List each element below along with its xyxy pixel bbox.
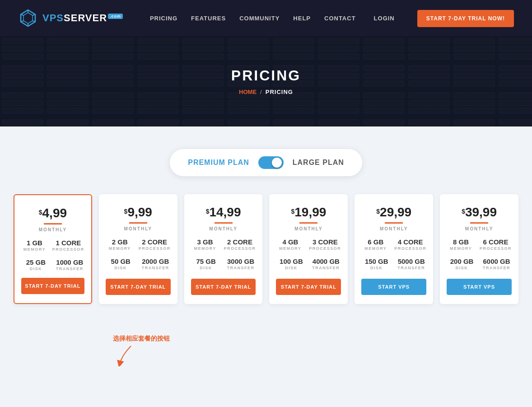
nav-features[interactable]: FEATURES (191, 15, 226, 22)
spec-memory: 2 GB MEMORY (106, 238, 134, 251)
price-amount: 39,99 (465, 205, 497, 219)
price-display: $39,99 (462, 206, 497, 220)
specs-top: 6 GB MEMORY 4 CORE PROCESSOR (361, 238, 426, 251)
price-display: $9,99 (124, 206, 152, 220)
disk-label: DISK (447, 266, 477, 270)
memory-value: 8 GB (447, 238, 475, 246)
transfer-value: 6000 GB (481, 257, 512, 266)
memory-value: 1 GB (21, 239, 48, 247)
transfer-label: TRANSFER (226, 266, 256, 270)
transfer-label: TRANSFER (140, 266, 171, 270)
pricing-card-6: $39,99 MONTHLY 8 GB MEMORY 6 CORE PROCES… (440, 194, 518, 304)
transfer-label: TRANSFER (311, 266, 341, 270)
memory-value: 3 GB (191, 238, 219, 246)
plan-cta-button-2[interactable]: START 7-DAY TRIAL (106, 279, 171, 295)
price-container: $9,99 MONTHLY (124, 206, 152, 231)
breadcrumb: HOME / PRICING (239, 89, 293, 95)
transfer-label: TRANSFER (55, 267, 84, 271)
toggle-thumb (272, 158, 282, 168)
specs-top: 8 GB MEMORY 6 CORE PROCESSOR (447, 238, 512, 251)
spec-transfer: 4000 GB TRANSFER (311, 257, 341, 270)
specs-top: 4 GB MEMORY 3 CORE PROCESSOR (276, 238, 341, 251)
nav-cta-button[interactable]: START 7-DAY TRIAL NOW! (417, 10, 514, 27)
price-period: MONTHLY (462, 226, 497, 231)
transfer-label: TRANSFER (396, 266, 426, 270)
transfer-value: 3000 GB (226, 257, 256, 266)
transfer-value: 5000 GB (396, 257, 426, 266)
pricing-card-2: $9,99 MONTHLY 2 GB MEMORY 2 CORE PROCESS… (99, 194, 177, 304)
memory-label: MEMORY (191, 246, 219, 251)
disk-value: 150 GB (361, 257, 392, 266)
processor-label: PROCESSOR (480, 246, 512, 251)
spec-transfer: 3000 GB TRANSFER (226, 257, 256, 270)
plan-cta-button-6[interactable]: START VPS (447, 279, 512, 295)
nav-help[interactable]: HELP (293, 15, 311, 22)
memory-label: MEMORY (361, 246, 390, 251)
spec-processor: 2 CORE PROCESSOR (224, 238, 256, 251)
disk-label: DISK (191, 266, 221, 270)
logo-com: .com (108, 14, 123, 19)
disk-value: 50 GB (106, 257, 136, 266)
price-divider (129, 222, 147, 224)
plan-cta-button-3[interactable]: START 7-DAY TRIAL (191, 279, 256, 295)
logo-text: VPSSERVER.com (42, 12, 123, 24)
spec-processor: 2 CORE PROCESSOR (139, 238, 171, 251)
spec-transfer: 1000 GB TRANSFER (55, 258, 84, 271)
price-amount: 14,99 (209, 205, 241, 219)
price-dollar-sign: $ (376, 208, 380, 215)
specs-top: 1 GB MEMORY 1 CORE PROCESSOR (21, 239, 84, 252)
processor-value: 2 CORE (139, 238, 171, 246)
price-container: $19,99 MONTHLY (291, 206, 326, 231)
nav-contact[interactable]: CONTACT (324, 15, 356, 22)
spec-disk: 25 GB DISK (21, 258, 51, 271)
price-display: $14,99 (206, 206, 241, 220)
processor-label: PROCESSOR (394, 246, 426, 251)
navbar: VPSSERVER.com PRICING FEATURES COMMUNITY… (0, 0, 532, 36)
memory-value: 4 GB (276, 238, 304, 246)
processor-value: 6 CORE (480, 238, 512, 246)
plan-cta-button-1[interactable]: START 7-DAY TRIAL (21, 278, 84, 294)
svg-marker-1 (23, 13, 33, 23)
price-container: $4,99 MONTHLY (39, 206, 67, 232)
spec-disk: 75 GB DISK (191, 257, 221, 270)
pricing-card-1: $4,99 MONTHLY 1 GB MEMORY 1 CORE PROCESS… (14, 194, 92, 304)
price-dollar-sign: $ (462, 208, 465, 215)
pricing-grid: $4,99 MONTHLY 1 GB MEMORY 1 CORE PROCESS… (14, 194, 518, 304)
disk-label: DISK (276, 266, 306, 270)
processor-value: 4 CORE (394, 238, 426, 246)
breadcrumb-home-link[interactable]: HOME (239, 89, 257, 95)
processor-label: PROCESSOR (52, 247, 84, 252)
processor-value: 3 CORE (309, 238, 341, 246)
memory-label: MEMORY (106, 246, 134, 251)
disk-value: 75 GB (191, 257, 221, 266)
specs-bottom: 75 GB DISK 3000 GB TRANSFER (191, 257, 256, 270)
price-period: MONTHLY (206, 226, 241, 231)
nav-pricing[interactable]: PRICING (150, 15, 177, 22)
price-divider (44, 223, 62, 225)
nav-links: PRICING FEATURES COMMUNITY HELP CONTACT … (150, 14, 514, 22)
processor-label: PROCESSOR (224, 246, 256, 251)
price-period: MONTHLY (39, 227, 67, 232)
nav-login[interactable]: LOGIN (374, 15, 395, 22)
price-display: $4,99 (39, 206, 67, 220)
plan-cta-button-5[interactable]: START VPS (361, 279, 426, 295)
price-divider (385, 222, 403, 224)
transfer-value: 4000 GB (311, 257, 341, 266)
memory-label: MEMORY (447, 246, 475, 251)
spec-processor: 3 CORE PROCESSOR (309, 238, 341, 251)
disk-value: 25 GB (21, 258, 51, 267)
disk-label: DISK (21, 267, 51, 271)
memory-value: 2 GB (106, 238, 134, 246)
processor-label: PROCESSOR (139, 246, 171, 251)
processor-value: 1 CORE (52, 239, 84, 247)
spec-memory: 4 GB MEMORY (276, 238, 304, 251)
price-period: MONTHLY (124, 226, 152, 231)
disk-label: DISK (106, 266, 136, 270)
price-divider (215, 222, 233, 224)
price-amount: 9,99 (127, 205, 152, 219)
spec-memory: 6 GB MEMORY (361, 238, 390, 251)
plan-cta-button-4[interactable]: START 7-DAY TRIAL (276, 279, 341, 295)
nav-community[interactable]: COMMUNITY (239, 15, 280, 22)
plan-toggle-switch[interactable] (258, 156, 284, 169)
price-amount: 4,99 (42, 206, 67, 220)
